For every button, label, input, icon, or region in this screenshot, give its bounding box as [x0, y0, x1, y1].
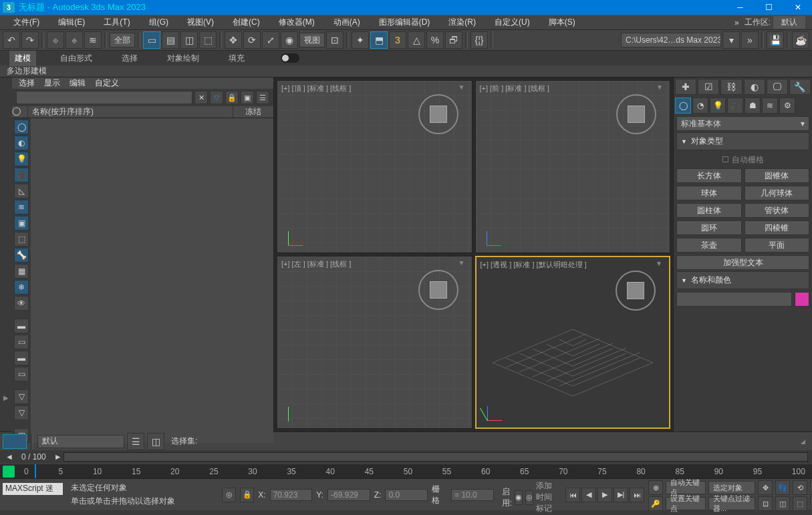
filter-helper-icon[interactable]: ◺: [14, 184, 29, 198]
autogrid-checkbox[interactable]: ☐ 自动栅格: [674, 152, 812, 168]
hierarchy-mode-icon[interactable]: ▬: [14, 319, 29, 333]
play-icon[interactable]: ▶: [597, 488, 612, 502]
object-name-input[interactable]: [676, 292, 792, 307]
time-frame-display[interactable]: 0 / 100: [15, 452, 53, 462]
prim-tube[interactable]: 管状体: [745, 203, 810, 218]
viewport-left-shade-icon[interactable]: ▼: [458, 259, 465, 267]
autokey-button[interactable]: 自动关键点: [666, 481, 706, 494]
close-button[interactable]: ✕: [783, 0, 812, 15]
nav-orbit-icon[interactable]: ⟲: [793, 480, 807, 495]
filter-light-icon[interactable]: 💡: [14, 152, 29, 166]
link-button[interactable]: ⟐: [47, 31, 64, 49]
menu-script[interactable]: 脚本(S): [539, 15, 585, 29]
rollup-name-color[interactable]: ▼名称和颜色: [676, 271, 809, 289]
selection-filter[interactable]: 全部: [110, 33, 135, 47]
viewport-resize-icon[interactable]: ◢: [801, 438, 809, 445]
scene-view-icon[interactable]: ▣: [241, 91, 254, 104]
menu-custom[interactable]: 自定义(U): [485, 15, 539, 29]
edit-named-sel-button[interactable]: 🗗: [445, 31, 462, 49]
prim-sphere[interactable]: 球体: [676, 186, 742, 200]
spinner-snap-button[interactable]: %: [426, 31, 444, 49]
viewcube-top[interactable]: [418, 94, 458, 134]
filter-camera-icon[interactable]: 🎥: [14, 168, 29, 182]
path-dropdown-button[interactable]: ▾: [722, 31, 740, 49]
set-key-icon[interactable]: 🔑: [648, 496, 663, 511]
viewport-front-shade-icon[interactable]: ▼: [656, 83, 663, 91]
menu-tools[interactable]: 工具(T): [94, 15, 139, 29]
object-color-swatch[interactable]: [795, 292, 809, 307]
maximize-button[interactable]: ☐: [755, 0, 783, 15]
expand-all-icon[interactable]: ▽: [14, 405, 29, 420]
project-path[interactable]: C:\Users\42…ds Max 2023: [621, 33, 721, 47]
viewcube-left[interactable]: [418, 270, 458, 310]
ribbon-collapse-toggle[interactable]: [281, 53, 299, 63]
select-place-button[interactable]: ◉: [281, 31, 298, 49]
key-mode-icon[interactable]: ⊕: [648, 480, 663, 495]
scene-col-name[interactable]: 名称(按升序排序): [28, 106, 233, 118]
layer-isolate-icon[interactable]: ◫: [147, 433, 164, 450]
add-time-tag[interactable]: 添加时间标记: [536, 480, 557, 514]
viewport-top-label[interactable]: [+] [顶 ] [标准 ] [线框 ]: [281, 83, 351, 94]
filter-spacewarp-icon[interactable]: ≋: [14, 200, 29, 214]
create-category-dropdown[interactable]: 标准基本体▾: [676, 116, 809, 131]
ribbon-tab-freeform[interactable]: 自由形式: [55, 51, 98, 66]
prim-box[interactable]: 长方体: [676, 168, 742, 183]
collapse-all-icon[interactable]: ▽: [14, 389, 29, 404]
select-scale-button[interactable]: ⤢: [262, 31, 279, 49]
scene-list-area[interactable]: [31, 118, 273, 443]
filter-frozen-icon[interactable]: ❄: [14, 280, 29, 295]
scene-menu-custom[interactable]: 自定义: [95, 77, 119, 89]
enable-anim-icon[interactable]: ◉: [515, 490, 523, 505]
scene-search-input[interactable]: [16, 91, 192, 104]
menu-render[interactable]: 渲染(R): [439, 15, 485, 29]
redo-button[interactable]: ↷: [21, 31, 39, 49]
nav-fov-icon[interactable]: ◫: [775, 496, 790, 511]
prev-frame-icon[interactable]: ◀: [581, 488, 596, 502]
select-name-button[interactable]: ▤: [162, 31, 179, 49]
scene-tree-icon[interactable]: ☰: [256, 91, 269, 104]
pivot-button[interactable]: ⊡: [326, 31, 344, 49]
scene-search-clear-icon[interactable]: ✕: [194, 91, 208, 104]
menu-file[interactable]: 文件(F): [4, 15, 49, 29]
filter-hidden-icon[interactable]: 👁: [14, 296, 29, 311]
ref-coord-dropdown[interactable]: 视图: [299, 33, 325, 47]
nav-zoom-all-icon[interactable]: ⊡: [758, 496, 773, 511]
isolate-sel-icon[interactable]: ◎: [222, 488, 236, 502]
angle-snap-button[interactable]: 3: [389, 31, 406, 49]
setkey-button[interactable]: 设置关键点: [666, 497, 706, 510]
time-prev-icon[interactable]: ◄: [4, 452, 15, 462]
create-helper-icon[interactable]: ☗: [745, 98, 761, 114]
viewport-perspective[interactable]: [+] [透视 ] [标准 ] [默认明暗处理 ] ▼: [475, 256, 671, 429]
nav-walk-icon[interactable]: 👣: [775, 480, 790, 495]
time-next-icon[interactable]: ►: [53, 452, 63, 462]
select-rect-button[interactable]: ◫: [180, 31, 198, 49]
goto-end-icon[interactable]: ⏭: [630, 488, 644, 502]
menu-group[interactable]: 组(G): [140, 15, 178, 29]
time-track[interactable]: [63, 452, 808, 462]
cmd-tab-utilities[interactable]: 🔧: [789, 79, 811, 95]
prim-pyramid[interactable]: 四棱锥: [745, 220, 810, 235]
viewport-persp-label[interactable]: [+] [透视 ] [标准 ] [默认明暗处理 ]: [481, 260, 587, 270]
viewport-top-shade-icon[interactable]: ▼: [458, 83, 465, 91]
create-spacewarp-icon[interactable]: ≋: [762, 98, 778, 114]
menu-create[interactable]: 创建(C): [223, 15, 269, 29]
create-shape-icon[interactable]: ◔: [692, 98, 708, 114]
key-filter-button[interactable]: 关键点过滤器...: [708, 497, 755, 510]
ribbon-tab-fill[interactable]: 填充: [223, 51, 250, 66]
menu-anim[interactable]: 动画(A): [324, 15, 370, 29]
layer-dropdown[interactable]: 默认: [37, 435, 124, 448]
viewport-left-label[interactable]: [+] [左 ] [标准 ] [线框 ]: [281, 259, 351, 269]
coord-y[interactable]: -69.929: [327, 489, 370, 501]
viewport-front-label[interactable]: [+] [前 ] [标准 ] [线框 ]: [480, 83, 549, 94]
select-object-button[interactable]: ▭: [143, 31, 160, 49]
timeline-play-icon[interactable]: [3, 466, 15, 478]
minimize-button[interactable]: ─: [726, 0, 755, 15]
create-light-icon[interactable]: 💡: [710, 98, 726, 114]
scene-lock-icon[interactable]: 🔒: [225, 91, 239, 104]
select-move-button[interactable]: ✥: [225, 31, 242, 49]
render-button[interactable]: ☕: [792, 31, 809, 49]
create-camera-icon[interactable]: 🎥: [727, 98, 743, 114]
select-rotate-button[interactable]: ⟳: [243, 31, 261, 49]
filter-group-icon[interactable]: ▣: [14, 216, 29, 230]
enable-ik-icon[interactable]: ◎: [525, 490, 533, 505]
